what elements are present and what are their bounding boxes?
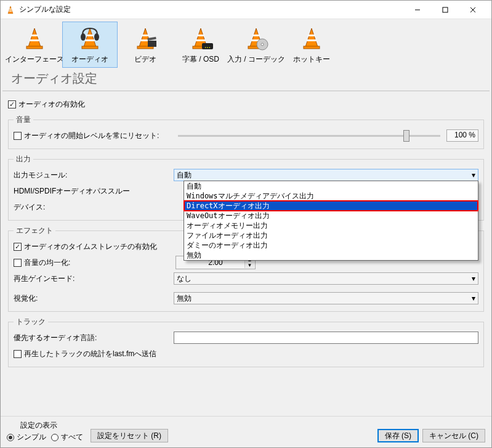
- chevron-down-icon: ▾: [472, 274, 475, 283]
- svg-rect-38: [304, 46, 320, 49]
- svg-rect-4: [443, 7, 448, 12]
- clapper-cone-icon: [132, 25, 158, 51]
- gain-mode-combo[interactable]: なし ▾: [174, 272, 478, 285]
- svg-rect-30: [252, 35, 260, 36]
- timestretch-label: オーディオのタイムストレッチの有効化: [24, 242, 157, 252]
- radio-simple[interactable]: [7, 434, 14, 441]
- dropdown-item-4[interactable]: オーディオメモリー出力: [184, 221, 478, 230]
- lastfm-label: 再生したトラックの統計をlast.fmへ送信: [24, 349, 156, 359]
- chevron-down-icon: ▾: [472, 171, 475, 179]
- disc-cone-icon: [243, 25, 269, 51]
- volume-percent: 100 %: [446, 129, 478, 142]
- effects-legend: エフェクト: [14, 226, 55, 236]
- radio-all[interactable]: [51, 434, 58, 441]
- headphones-cone-icon: [77, 25, 103, 51]
- content-area: オーディオの有効化 音量 オーディオの開始レベルを常にリセット: 100 % 出…: [1, 91, 491, 416]
- output-module-combo[interactable]: 自動 ▾: [174, 169, 478, 181]
- volume-legend: 音量: [14, 115, 33, 125]
- svg-marker-0: [8, 6, 13, 14]
- reset-settings-button[interactable]: 設定をリセット (R): [91, 429, 168, 442]
- lastfm-checkbox[interactable]: [14, 350, 22, 358]
- dropdown-item-7[interactable]: 無効: [184, 250, 478, 260]
- svg-rect-37: [307, 39, 317, 41]
- output-module-label: 出力モジュール:: [14, 170, 174, 181]
- tab-hotkeys[interactable]: ホットキー: [284, 22, 339, 68]
- visualization-label: 視覚化:: [14, 293, 174, 304]
- enable-audio-checkbox[interactable]: [8, 100, 16, 108]
- svg-marker-35: [305, 28, 318, 47]
- svg-rect-21: [148, 41, 156, 47]
- enable-audio-label: オーディオの有効化: [18, 99, 85, 110]
- page-heading: オーディオ設定: [2, 68, 490, 91]
- svg-rect-24: [197, 35, 204, 36]
- svg-rect-2: [9, 10, 12, 12]
- cone-icon: [22, 25, 47, 51]
- window-title: シンプルな設定: [19, 4, 403, 15]
- timestretch-checkbox[interactable]: [14, 243, 22, 251]
- spin-down-icon[interactable]: ▼: [244, 263, 254, 268]
- dropdown-item-5[interactable]: ファイルオーディオ出力: [184, 230, 478, 240]
- svg-rect-9: [30, 39, 39, 41]
- volume-slider[interactable]: [178, 135, 440, 137]
- svg-rect-12: [86, 35, 94, 36]
- svg-point-34: [261, 43, 264, 46]
- pref-lang-label: 優先するオーディオ言語:: [14, 333, 174, 343]
- tab-subtitles[interactable]: ... 字幕 / OSD: [173, 22, 228, 68]
- visualization-combo[interactable]: 無効 ▾: [174, 292, 478, 304]
- show-settings-label: 設定の表示: [20, 420, 83, 431]
- pref-lang-input[interactable]: [174, 332, 478, 344]
- svg-rect-10: [26, 46, 42, 49]
- tab-interface[interactable]: インターフェース: [7, 22, 62, 68]
- svg-point-16: [94, 33, 99, 41]
- save-button[interactable]: 保存 (S): [377, 429, 419, 442]
- svg-rect-18: [142, 35, 149, 36]
- subtitle-cone-icon: ...: [188, 25, 214, 51]
- svg-marker-11: [84, 28, 96, 47]
- cancel-button[interactable]: キャンセル (C): [422, 429, 485, 442]
- tab-video[interactable]: ビデオ: [118, 22, 173, 68]
- output-group: 出力 出力モジュール: 自動 ▾ HDMI/SPDIFオーディオパススルー デバ…: [8, 154, 484, 221]
- svg-rect-13: [85, 39, 95, 41]
- volume-group: 音量 オーディオの開始レベルを常にリセット: 100 %: [8, 115, 484, 149]
- dropdown-item-0[interactable]: 自動: [184, 181, 478, 191]
- gain-mode-label: 再生ゲインモード:: [14, 274, 174, 284]
- footer: 設定の表示 シンプル すべて 設定をリセット (R) 保存 (S) キャンセル …: [1, 416, 491, 447]
- svg-rect-1: [9, 9, 12, 10]
- svg-point-15: [81, 33, 86, 41]
- svg-marker-7: [28, 28, 41, 47]
- reset-level-checkbox[interactable]: [14, 132, 22, 140]
- close-button[interactable]: [459, 1, 486, 18]
- minimize-button[interactable]: [403, 1, 431, 18]
- radio-simple-label: シンプル: [17, 432, 46, 442]
- tracks-group: トラック 優先するオーディオ言語: 再生したトラックの統計をlast.fmへ送信: [8, 317, 484, 367]
- svg-rect-14: [82, 46, 98, 49]
- svg-rect-8: [31, 35, 38, 36]
- tab-audio[interactable]: オーディオ: [62, 22, 118, 68]
- svg-text:...: ...: [204, 41, 211, 50]
- titlebar: シンプルな設定: [1, 1, 491, 19]
- vlc-app-icon: [6, 5, 15, 15]
- device-label: デバイス:: [14, 202, 174, 213]
- reset-level-label: オーディオの開始レベルを常にリセット:: [24, 131, 172, 141]
- tracks-legend: トラック: [14, 317, 48, 327]
- dropdown-item-6[interactable]: ダミーのオーディオ出力: [184, 240, 478, 250]
- dropdown-item-3[interactable]: WaveOutオーディオ出力: [184, 211, 478, 221]
- chevron-down-icon: ▾: [472, 294, 475, 303]
- radio-all-label: すべて: [61, 432, 83, 442]
- output-module-dropdown[interactable]: 自動 Windowsマルチメディアデバイス出力 DirectXオーディオ出力 W…: [183, 181, 478, 261]
- category-toolbar: インターフェース オーディオ ビデオ ... 字幕 / OSD 入力 / コーデ…: [1, 19, 491, 68]
- keyboard-cone-icon: [299, 25, 325, 51]
- dropdown-item-2[interactable]: DirectXオーディオ出力: [184, 201, 478, 211]
- maximize-button[interactable]: [431, 1, 459, 18]
- tab-input-codecs[interactable]: 入力 / コーデック: [228, 22, 284, 68]
- norm-checkbox[interactable]: [14, 259, 22, 267]
- hdmi-spdif-label: HDMI/SPDIFオーディオパススルー: [14, 186, 174, 197]
- svg-rect-22: [147, 37, 156, 41]
- output-legend: 出力: [14, 154, 33, 165]
- svg-rect-36: [308, 35, 315, 36]
- dropdown-item-1[interactable]: Windowsマルチメディアデバイス出力: [184, 191, 478, 201]
- norm-label: 音量の均一化:: [24, 258, 175, 268]
